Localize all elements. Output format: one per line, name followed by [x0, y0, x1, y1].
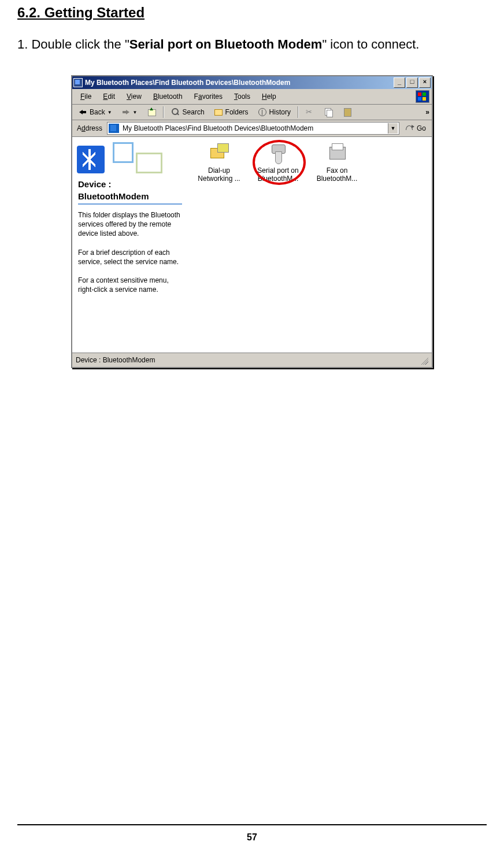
window-title: My Bluetooth Places\Find Bluetooth Devic… [85, 79, 394, 87]
address-label: Address [75, 124, 105, 132]
sidebar-description-3: For a context sensitive menu, right-clic… [78, 276, 182, 294]
folders-button[interactable]: Folders [210, 106, 252, 118]
search-label: Search [183, 108, 205, 116]
go-button[interactable]: Go [402, 123, 429, 134]
back-icon [78, 108, 87, 117]
step-text-pre: Double click the " [28, 37, 129, 51]
cut-icon [306, 108, 315, 117]
item-label-line2: Networking ... [190, 175, 248, 183]
item-label-line1: Serial port on [249, 166, 307, 175]
toolbar: Back ▼ ▼ Search Folders History [72, 105, 432, 120]
menu-tools[interactable]: Tools [228, 91, 256, 102]
status-text: Device : BluetoothModem [76, 356, 155, 364]
separator [298, 106, 299, 118]
menu-bluetooth[interactable]: Bluetooth [147, 91, 188, 102]
forward-button[interactable]: ▼ [118, 106, 141, 118]
step-number: 1. [17, 37, 28, 51]
menubar: File Edit View Bluetooth Favorites Tools… [72, 89, 432, 105]
up-button[interactable] [143, 106, 160, 118]
address-field[interactable]: ▼ [107, 122, 399, 135]
item-label-line2: BluetoothM... [249, 175, 307, 183]
folders-label: Folders [225, 108, 249, 116]
close-button[interactable]: × [419, 77, 431, 88]
item-label-line2: BluetoothM... [308, 175, 366, 183]
paste-icon [343, 108, 352, 117]
menu-view[interactable]: View [121, 91, 147, 102]
address-dropdown-icon[interactable]: ▼ [388, 123, 398, 134]
address-bar: Address ▼ Go [72, 120, 432, 137]
page-number: 57 [247, 832, 257, 842]
search-button[interactable]: Search [168, 106, 208, 118]
fax-icon [326, 143, 348, 164]
decorative-square [136, 153, 162, 173]
section-heading: 6.2. Getting Started [17, 5, 487, 21]
menu-favorites[interactable]: Favorites [188, 91, 228, 102]
item-dialup-networking[interactable]: Dial-up Networking ... [190, 143, 248, 183]
serial-port-icon [267, 143, 289, 164]
sidebar-description-1: This folder displays the Bluetooth servi… [78, 210, 182, 239]
history-label: History [269, 108, 291, 116]
menu-edit[interactable]: Edit [97, 91, 121, 102]
folders-icon [214, 108, 223, 117]
page-footer: 57 [17, 824, 487, 843]
forward-dropdown-icon[interactable]: ▼ [133, 110, 138, 115]
separator [163, 106, 164, 118]
address-input[interactable] [121, 124, 386, 133]
menu-help[interactable]: Help [256, 91, 282, 102]
window-icon [73, 78, 83, 87]
back-button[interactable]: Back ▼ [75, 106, 116, 118]
up-folder-icon [147, 108, 156, 117]
items-pane[interactable]: Dial-up Networking ... Serial port on Bl… [188, 138, 432, 353]
device-name: BluetoothModem [78, 191, 182, 201]
forward-icon [121, 108, 131, 117]
item-serial-port[interactable]: Serial port on BluetoothM... [249, 143, 307, 183]
sidebar-graphic [78, 142, 182, 177]
sidebar-description-2: For a brief description of each service,… [78, 248, 182, 266]
toolbar-overflow[interactable]: » [425, 108, 429, 116]
resize-grip-icon[interactable] [419, 355, 428, 365]
menu-file[interactable]: File [75, 91, 97, 102]
bluetooth-logo-icon [77, 146, 105, 173]
paste-button[interactable] [339, 106, 355, 118]
search-icon [171, 108, 180, 117]
instruction-step-1: 1. Double click the "Serial port on Blue… [17, 37, 487, 52]
sidebar-divider [78, 203, 182, 205]
content-area: Device : BluetoothModem This folder disp… [72, 137, 432, 353]
go-icon [405, 124, 414, 133]
windows-logo-icon [416, 90, 429, 103]
explorer-window: My Bluetooth Places\Find Bluetooth Devic… [71, 75, 433, 368]
titlebar[interactable]: My Bluetooth Places\Find Bluetooth Devic… [72, 76, 432, 89]
device-label: Device : [78, 179, 182, 189]
back-label: Back [90, 108, 105, 116]
back-dropdown-icon[interactable]: ▼ [108, 110, 112, 115]
minimize-button[interactable]: _ [394, 77, 405, 88]
copy-icon [324, 108, 333, 117]
info-sidebar: Device : BluetoothModem This folder disp… [72, 138, 188, 353]
history-icon [258, 108, 267, 117]
history-button[interactable]: History [254, 106, 294, 118]
dialup-icon [208, 143, 230, 164]
item-label-line1: Dial-up [190, 166, 248, 175]
item-label-line1: Fax on [308, 166, 366, 175]
cut-button[interactable] [302, 106, 318, 118]
step-text-post: " icon to connect. [322, 37, 419, 51]
item-fax[interactable]: Fax on BluetoothM... [308, 143, 366, 183]
status-bar: Device : BluetoothModem [72, 353, 432, 367]
decorative-square [113, 142, 134, 163]
address-bluetooth-icon [109, 124, 119, 133]
go-label: Go [417, 124, 426, 132]
maximize-button[interactable]: □ [406, 77, 418, 88]
step-text-bold: Serial port on Bluetooth Modem [129, 37, 323, 51]
copy-button[interactable] [321, 106, 337, 118]
